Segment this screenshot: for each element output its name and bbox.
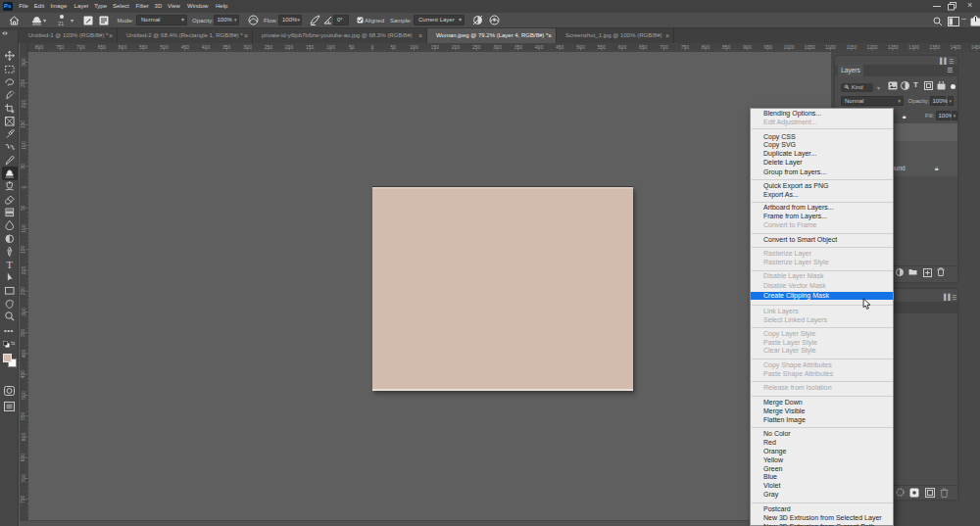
- svg-text:600: 600: [21, 433, 26, 442]
- svg-text:50: 50: [349, 44, 355, 50]
- svg-text:400: 400: [202, 44, 211, 50]
- svg-text:300: 300: [21, 308, 26, 316]
- svg-text:600: 600: [618, 44, 627, 50]
- svg-text:450: 450: [556, 44, 564, 50]
- svg-text:500: 500: [576, 44, 585, 50]
- svg-text:100: 100: [410, 44, 418, 50]
- svg-text:1450: 1450: [971, 44, 980, 50]
- svg-text:250: 250: [21, 78, 26, 87]
- svg-text:450: 450: [181, 44, 190, 50]
- svg-text:200: 200: [285, 44, 294, 50]
- svg-text:1050: 1050: [805, 44, 815, 50]
- svg-text:250: 250: [472, 44, 481, 50]
- svg-text:750: 750: [21, 495, 26, 503]
- svg-text:700: 700: [660, 44, 668, 50]
- svg-text:0: 0: [371, 44, 374, 50]
- svg-text:500: 500: [21, 391, 26, 400]
- svg-text:800: 800: [702, 44, 710, 50]
- svg-text:300: 300: [21, 58, 26, 67]
- svg-text:700: 700: [21, 474, 26, 483]
- svg-text:150: 150: [21, 245, 26, 254]
- svg-text:50: 50: [21, 164, 26, 169]
- svg-text:200: 200: [21, 100, 26, 109]
- svg-text:200: 200: [21, 266, 26, 275]
- svg-text:300: 300: [243, 44, 252, 50]
- svg-text:150: 150: [306, 44, 315, 50]
- svg-text:800: 800: [35, 44, 44, 50]
- svg-text:600: 600: [119, 44, 127, 50]
- svg-text:650: 650: [21, 454, 26, 462]
- svg-text:350: 350: [21, 328, 26, 337]
- svg-text:50: 50: [21, 205, 26, 211]
- svg-text:900: 900: [743, 44, 752, 50]
- svg-text:1100: 1100: [825, 44, 836, 50]
- svg-text:400: 400: [535, 44, 544, 50]
- svg-text:250: 250: [265, 44, 273, 50]
- svg-text:1000: 1000: [783, 44, 794, 50]
- svg-text:550: 550: [139, 44, 148, 50]
- svg-text:1250: 1250: [888, 44, 899, 50]
- svg-text:1300: 1300: [908, 44, 919, 50]
- svg-text:0: 0: [21, 185, 26, 188]
- svg-text:750: 750: [681, 44, 690, 50]
- svg-text:100: 100: [21, 141, 26, 150]
- svg-text:100: 100: [21, 224, 26, 233]
- svg-text:T: T: [6, 260, 13, 269]
- svg-text:550: 550: [21, 411, 26, 420]
- svg-text:850: 850: [722, 44, 731, 50]
- svg-text:650: 650: [639, 44, 648, 50]
- svg-text:150: 150: [431, 44, 440, 50]
- svg-text:400: 400: [21, 350, 26, 359]
- svg-text:350: 350: [222, 44, 231, 50]
- svg-text:1200: 1200: [866, 44, 877, 50]
- svg-text:100: 100: [326, 44, 335, 50]
- svg-text:650: 650: [98, 44, 107, 50]
- svg-text:300: 300: [493, 44, 502, 50]
- svg-text:200: 200: [452, 44, 461, 50]
- svg-text:1350: 1350: [929, 44, 940, 50]
- svg-text:1150: 1150: [846, 44, 857, 50]
- svg-text:450: 450: [21, 370, 26, 379]
- svg-text:250: 250: [21, 287, 26, 296]
- svg-text:950: 950: [764, 44, 773, 50]
- svg-text:500: 500: [160, 44, 169, 50]
- svg-text:550: 550: [598, 44, 607, 50]
- svg-text:150: 150: [21, 120, 26, 129]
- svg-text:50: 50: [390, 44, 396, 50]
- svg-text:700: 700: [76, 44, 85, 50]
- svg-text:1400: 1400: [950, 44, 960, 50]
- svg-text:350: 350: [514, 44, 523, 50]
- svg-text:750: 750: [56, 44, 65, 50]
